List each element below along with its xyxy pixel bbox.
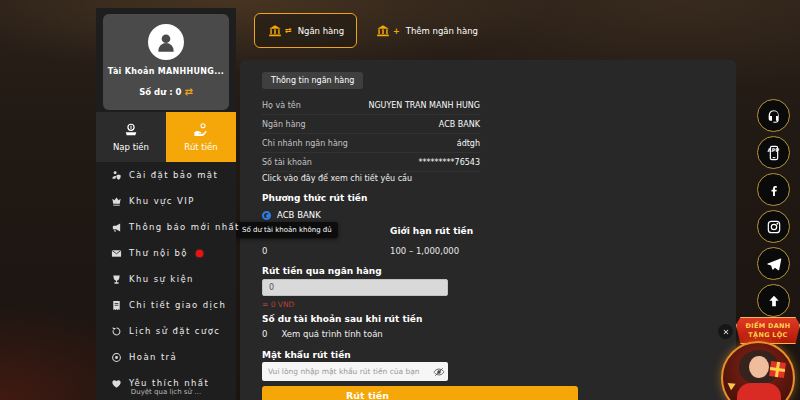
sidebar-item-label: Lịch sử đặt cược (129, 326, 220, 336)
limit-value: 100 – 1,000,000 (390, 246, 459, 256)
deposit-icon (123, 122, 139, 138)
sidebar-item-label: Hoàn trả (129, 352, 177, 362)
row-value: ACB BANK (439, 120, 480, 129)
sidebar-footnote: Duyệt qua lịch sử … (96, 388, 236, 396)
method-title: Phương thức rút tiền (262, 193, 367, 203)
support-icon[interactable] (757, 99, 790, 132)
receipt-icon (111, 300, 122, 311)
row-label: Chi nhánh ngân hàng (262, 139, 348, 148)
table-row: Chi nhánh ngân hàng ádtgh (262, 134, 480, 153)
unread-badge (196, 250, 203, 257)
balance-value: 0 (262, 246, 267, 256)
row-value: *********76543 (419, 158, 480, 167)
amount-title: Rút tiền qua ngân hàng (262, 266, 382, 276)
withdraw-panel: Thông tin ngân hàng Họ và tên NGUYEN TRA… (240, 60, 736, 400)
method-option-label: ACB BANK (277, 210, 321, 220)
sidebar-item-security[interactable]: Cài đặt bảo mật (96, 162, 236, 188)
mail-icon (111, 248, 122, 259)
bank-icon (267, 24, 283, 38)
refresh-icon[interactable]: ⇄ (184, 86, 192, 97)
tab-deposit[interactable]: Nạp tiền (96, 112, 166, 162)
sidebar-menu: Cài đặt bảo mật Khu vực VIP Thông báo mớ… (96, 162, 236, 396)
after-balance-value: 0 (262, 329, 267, 339)
sidebar-item-vip[interactable]: Khu vực VIP (96, 188, 236, 214)
trophy-icon (111, 274, 122, 285)
balance-row: Số dư : 0 ⇄ (103, 86, 229, 97)
after-balance-row: 0 Xem quá trình tính toán (262, 329, 383, 339)
app-label: APP (768, 147, 780, 153)
bank-plus-icon (375, 24, 391, 38)
tab-add-bank-label: Thêm ngân hàng (406, 26, 478, 36)
sidebar-item-events[interactable]: Khu sự kiện (96, 266, 236, 292)
sidebar-item-refund[interactable]: Hoàn trả (96, 344, 236, 370)
table-row: Họ và tên NGUYEN TRAN MANH HUNG (262, 96, 480, 115)
instagram-icon[interactable] (757, 210, 790, 243)
transfer-glyph: ⇄ (285, 26, 292, 35)
wallet-tabs: Nạp tiền Rút tiền (96, 112, 236, 162)
sidebar-item-label: Khu vực VIP (129, 196, 195, 206)
girl-face (749, 356, 769, 378)
limit-title: Giới hạn rút tiền (390, 226, 473, 236)
promo-girl-image[interactable] (721, 341, 795, 400)
bank-info-chip: Thông tin ngân hàng (262, 72, 363, 89)
balance-value: 0 (176, 87, 182, 97)
tab-bank[interactable]: ⇄ Ngân hàng (254, 13, 357, 48)
detail-link[interactable]: Click vào đây để xem chi tiết yêu cầu (262, 174, 412, 183)
insufficient-balance-tooltip: Số dư tài khoản không đủ (236, 222, 338, 238)
sidebar-item-label: Thư nội bộ (129, 248, 188, 258)
sidebar-item-inbox[interactable]: Thư nội bộ (96, 240, 236, 266)
bank-info-table: Họ và tên NGUYEN TRAN MANH HUNG Ngân hàn… (262, 96, 480, 172)
withdraw-icon (193, 122, 209, 138)
sidebar-item-announcements[interactable]: Thông báo mới nhất (96, 214, 236, 240)
promo-banner[interactable]: ĐIỂM DANH TẶNG LỘC (736, 317, 800, 344)
app-icon[interactable]: APP (757, 136, 790, 169)
converted-amount: = 0 VND (262, 300, 294, 309)
tab-bank-label: Ngân hàng (298, 26, 344, 36)
amount-input[interactable] (262, 279, 448, 296)
withdraw-submit-button[interactable]: Rút tiền (262, 386, 578, 400)
refund-icon (111, 352, 122, 363)
password-input[interactable] (262, 367, 430, 376)
sidebar-item-label: Chi tiết giao dịch (129, 300, 226, 310)
calculation-link[interactable]: Xem quá trình tính toán (281, 329, 382, 339)
tab-withdraw-label: Rút tiền (184, 142, 217, 152)
gift-box (769, 361, 786, 378)
security-icon (111, 170, 122, 181)
crown-icon (111, 196, 122, 207)
row-value: NGUYEN TRAN MANH HUNG (368, 101, 480, 110)
tab-add-bank[interactable]: + Thêm ngân hàng (369, 16, 484, 46)
plus-glyph: + (393, 27, 400, 36)
promo-widget: ĐIỂM DANH TẶNG LỘC (705, 313, 800, 400)
sidebar-item-label: Yêu thích nhất (129, 378, 209, 388)
close-icon[interactable] (718, 324, 733, 339)
floating-buttons: APP (757, 99, 790, 321)
table-row: Ngân hàng ACB BANK (262, 115, 480, 134)
eye-off-icon[interactable] (430, 362, 448, 381)
row-value: ádtgh (457, 139, 480, 148)
row-label: Ngân hàng (262, 120, 306, 129)
row-label: Họ và tên (262, 101, 301, 110)
telegram-icon[interactable] (757, 247, 790, 280)
sidebar: Tài Khoản MANHHUNG... Số dư : 0 ⇄ Nạp ti… (96, 8, 236, 400)
method-option-acb[interactable]: ACB BANK (262, 210, 321, 220)
promo-line2: TẶNG LỘC (748, 331, 787, 340)
tab-withdraw[interactable]: Rút tiền (166, 112, 236, 162)
row-label: Số tài khoản (262, 158, 312, 167)
girl-dress (737, 383, 781, 400)
tab-deposit-label: Nạp tiền (113, 142, 149, 152)
password-title: Mật khẩu rút tiền (262, 350, 351, 360)
sidebar-item-transactions[interactable]: Chi tiết giao dịch (96, 292, 236, 318)
megaphone-icon (111, 222, 122, 233)
promo-line1: ĐIỂM DANH (745, 322, 790, 331)
heart-icon (111, 378, 122, 389)
facebook-icon[interactable] (757, 173, 790, 206)
sidebar-item-label: Thông báo mới nhất (129, 222, 240, 232)
password-field-wrap (262, 362, 448, 381)
balance-label: Số dư : (139, 87, 172, 97)
sidebar-item-label: Cài đặt bảo mật (129, 170, 218, 180)
after-balance-title: Số dư tài khoản sau khi rút tiền (262, 314, 422, 324)
radio-checked-icon[interactable] (262, 211, 271, 220)
account-name: Tài Khoản MANHHUNG... (103, 67, 229, 76)
sidebar-item-bet-history[interactable]: Lịch sử đặt cược (96, 318, 236, 344)
person-icon (153, 29, 179, 55)
